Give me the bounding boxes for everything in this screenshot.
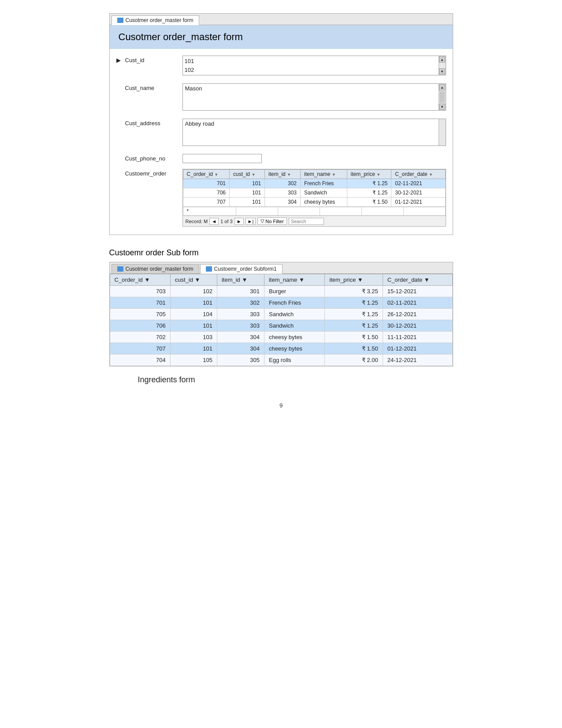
sub-cell-cust-id: 103 xyxy=(170,332,217,343)
inline-table-row[interactable]: 706 101 303 Sandwich ₹ 1.25 30-12-2021 xyxy=(183,188,445,198)
inline-table-row[interactable]: 707 101 304 cheesy bytes ₹ 1.50 01-12-20… xyxy=(183,198,445,207)
master-form-tab-label: Cusotmer order_master form xyxy=(126,17,194,23)
asterisk-cell3 xyxy=(278,207,320,216)
cust-address-input-wrapper: Abbey road xyxy=(182,119,446,146)
inline-table-row[interactable]: 701 101 302 French Fries ₹ 1.25 02-11-20… xyxy=(183,179,445,188)
sub-cell-item-price: ₹ 1.25 xyxy=(325,309,383,320)
cell-cust-id: 101 xyxy=(230,179,265,188)
sort-icon11: ▼ xyxy=(357,276,363,283)
sub-cell-item-id: 302 xyxy=(217,297,264,309)
sub-cell-item-price: ₹ 3.25 xyxy=(325,286,383,297)
cust-phone-input[interactable]: 123569874 xyxy=(182,154,262,163)
sort-icon8: ▼ xyxy=(195,276,201,283)
col-c-order-date[interactable]: C_order_date ▼ xyxy=(391,170,445,179)
subform-tab1-label: Cusotmer order_master form xyxy=(126,266,194,272)
cell-item-name: French Fries xyxy=(301,179,347,188)
subform-table-row[interactable]: 704 105 305 Egg rolls ₹ 2.00 24-12-2021 xyxy=(110,355,452,366)
subform-table-row[interactable]: 703 102 301 Burger ₹ 3.25 15-12-2021 xyxy=(110,286,452,297)
sub-cell-c-order-id: 703 xyxy=(110,286,170,297)
sub-cell-item-id: 304 xyxy=(217,343,264,355)
cust-address-row: Cust_address Abbey road xyxy=(116,116,446,148)
cust-name-field: Mason ▲ ▼ xyxy=(182,83,446,111)
cust-id-scrollbar[interactable]: ▲ ▼ xyxy=(439,56,446,75)
nav-next-btn[interactable]: ► xyxy=(234,218,244,225)
cust-address-value[interactable]: Abbey road xyxy=(183,119,439,146)
subform-table-row[interactable]: 706 101 303 Sandwich ₹ 1.25 30-12-2021 xyxy=(110,320,452,332)
funnel-icon: ▽ xyxy=(261,218,264,224)
cell-c-order-date: 01-12-2021 xyxy=(391,198,445,207)
full-col-c-order-id[interactable]: C_order_id ▼ xyxy=(110,274,170,286)
cust-name-label: Cust_name xyxy=(125,83,182,91)
inline-nav-bar: Record: M ◄ 1 of 3 ► ►| ▽ No Filter xyxy=(183,216,446,226)
full-col-item-name[interactable]: item_name ▼ xyxy=(264,274,324,286)
cust-phone-input-wrapper: 123569874 xyxy=(182,154,446,163)
sub-cell-c-order-date: 01-12-2021 xyxy=(383,343,452,355)
col-item-price[interactable]: item_price ▼ xyxy=(347,170,391,179)
subform-tab1[interactable]: Cusotmer order_master form xyxy=(112,264,199,273)
subform-tab-bar: Cusotmer order_master form Custoemr_orde… xyxy=(110,262,453,274)
nav-first-btn[interactable]: ◄ xyxy=(209,218,219,225)
subform-section: Custoemr order Sub form Cusotmer order_m… xyxy=(109,248,453,385)
cust-address-field: Abbey road xyxy=(182,119,446,146)
cell-c-order-id: 706 xyxy=(183,188,230,198)
sub-cell-c-order-date: 11-11-2021 xyxy=(383,332,452,343)
col-cust-id[interactable]: cust_id ▼ xyxy=(230,170,265,179)
sub-cell-item-price: ₹ 1.25 xyxy=(325,297,383,309)
scroll-up-btn2[interactable]: ▲ xyxy=(439,84,445,90)
cust-id-row: ▶ Cust_id 101 102 ▲ ▼ xyxy=(116,53,446,78)
subform-table-row[interactable]: 702 103 304 cheesy bytes ₹ 1.50 11-11-20… xyxy=(110,332,452,343)
custoemr-order-row: Custoemr_order C_order_id ▼ cust_id ▼ it… xyxy=(116,169,446,227)
nav-record-label: Record: M xyxy=(186,219,208,224)
subform-table-row[interactable]: 701 101 302 French Fries ₹ 1.25 02-11-20… xyxy=(110,297,452,309)
sub-cell-item-name: cheesy bytes xyxy=(264,343,324,355)
master-form-container: Cusotmer order_master form Cusotmer orde… xyxy=(109,13,453,235)
sub-cell-cust-id: 102 xyxy=(170,286,217,297)
full-col-cust-id[interactable]: cust_id ▼ xyxy=(170,274,217,286)
cust-id-value[interactable]: 101 102 xyxy=(183,56,439,75)
col-item-name[interactable]: item_name ▼ xyxy=(301,170,347,179)
sub-cell-item-id: 301 xyxy=(217,286,264,297)
scroll-down-btn[interactable]: ▼ xyxy=(439,68,445,75)
sort-icon: ▼ xyxy=(214,172,218,177)
cell-item-price: ₹ 1.50 xyxy=(347,198,391,207)
sub-cell-c-order-id: 706 xyxy=(110,320,170,332)
full-col-item-id[interactable]: item_id ▼ xyxy=(217,274,264,286)
sub-cell-c-order-id: 704 xyxy=(110,355,170,366)
sub-cell-item-id: 303 xyxy=(217,320,264,332)
full-col-item-price[interactable]: item_price ▼ xyxy=(325,274,383,286)
subform-table-row[interactable]: 705 104 303 Sandwich ₹ 1.25 26-12-2021 xyxy=(110,309,452,320)
no-filter-btn[interactable]: ▽ No Filter xyxy=(257,217,287,225)
sub-cell-item-id: 304 xyxy=(217,332,264,343)
subform-tab2[interactable]: Custoemr_order Subform1 xyxy=(200,264,283,274)
cust-address-scrollbar xyxy=(439,119,446,146)
cust-name-scrollbar[interactable]: ▲ ▼ xyxy=(439,84,446,110)
cust-name-value[interactable]: Mason xyxy=(183,84,439,110)
scroll-down-btn2[interactable]: ▼ xyxy=(439,104,445,110)
table-icon2 xyxy=(117,266,123,272)
sub-cell-c-order-date: 26-12-2021 xyxy=(383,309,452,320)
cell-item-name: Sandwich xyxy=(301,188,347,198)
custoemr-order-label: Custoemr_order xyxy=(125,169,182,177)
table-icon3 xyxy=(206,266,212,272)
search-input[interactable] xyxy=(289,218,324,225)
cell-item-name: cheesy bytes xyxy=(301,198,347,207)
cell-item-id: 304 xyxy=(265,198,301,207)
col-item-id[interactable]: item_id ▼ xyxy=(265,170,301,179)
subform-table-row[interactable]: 707 101 304 cheesy bytes ₹ 1.50 01-12-20… xyxy=(110,343,452,355)
sort-icon10: ▼ xyxy=(299,276,305,283)
subform-full-table: C_order_id ▼ cust_id ▼ item_id ▼ item_na… xyxy=(110,274,453,366)
scroll-up-btn[interactable]: ▲ xyxy=(439,56,445,63)
master-form-tab[interactable]: Cusotmer order_master form xyxy=(112,15,199,25)
cell-item-price: ₹ 1.25 xyxy=(347,188,391,198)
subform-full-container: Cusotmer order_master form Custoemr_orde… xyxy=(109,262,453,366)
asterisk-cell5 xyxy=(361,207,403,216)
cust-phone-label: Cust_phone_no xyxy=(125,154,182,162)
nav-last-btn[interactable]: ►| xyxy=(246,218,256,225)
sub-cell-item-name: Burger xyxy=(264,286,324,297)
page-number: 9 xyxy=(18,402,544,409)
cust-name-row: Cust_name Mason ▲ ▼ xyxy=(116,81,446,113)
full-col-c-order-date[interactable]: C_order_date ▼ xyxy=(383,274,452,286)
sub-cell-c-order-id: 707 xyxy=(110,343,170,355)
cell-item-id: 303 xyxy=(265,188,301,198)
col-c-order-id[interactable]: C_order_id ▼ xyxy=(183,170,230,179)
